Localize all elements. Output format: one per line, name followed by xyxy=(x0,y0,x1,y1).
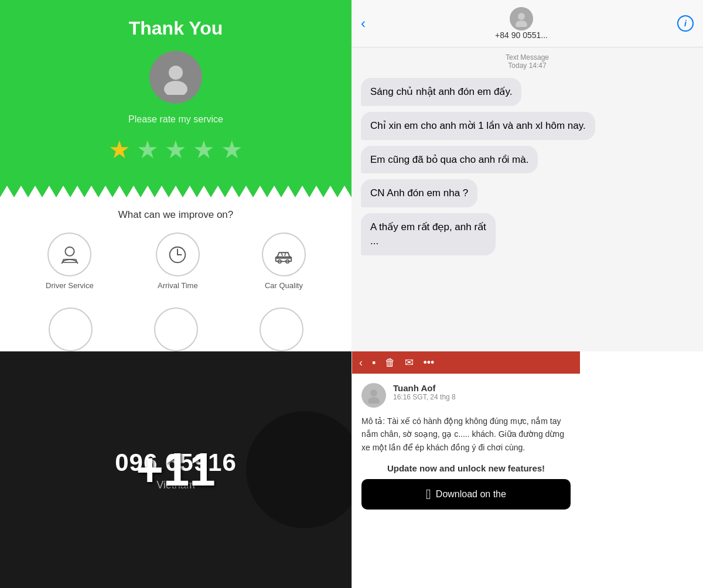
svg-point-12 xyxy=(518,13,525,20)
star-2[interactable]: ★ xyxy=(136,135,159,164)
sender-name-mid: Tuanh Aof xyxy=(393,383,456,393)
message-5: A thấy em rất đẹp, anh rất... xyxy=(361,213,496,255)
update-banner: Update now and unlock new features! xyxy=(361,463,571,473)
message-3: Em cũng đã bỏ qua cho anh rồi mà. xyxy=(361,146,538,174)
sender-time-mid: 16:16 SGT, 24 thg 8 xyxy=(393,393,456,401)
message-2: Chỉ xin em cho anh mời 1 lần và anh xl h… xyxy=(361,112,595,140)
svg-point-13 xyxy=(516,20,527,27)
improve-options: Driver Service Arrival Time xyxy=(18,233,334,290)
improve-title: What can we improve on? xyxy=(18,209,334,221)
svg-point-14 xyxy=(370,389,377,396)
car-quality-label: Car Quality xyxy=(265,281,303,290)
more-btn[interactable]: ••• xyxy=(423,357,434,369)
grab-rating-panel: Thank You Please rate my service ★ ★ ★ ★… xyxy=(0,0,352,351)
more-option-1[interactable] xyxy=(49,307,93,351)
sender-avatar-mid xyxy=(361,383,386,408)
more-options-row xyxy=(0,302,352,351)
green-header: Thank You Please rate my service ★ ★ ★ ★… xyxy=(0,0,352,187)
imessage-header: ‹ +84 90 0551... i xyxy=(352,0,703,47)
contact-avatar xyxy=(510,7,533,30)
thank-you-title: Thank You xyxy=(129,18,223,39)
overlay-count: +11 xyxy=(136,443,216,497)
car-icon xyxy=(272,244,295,266)
back-button[interactable]: ‹ xyxy=(361,15,366,32)
arrival-time-label: Arrival Time xyxy=(158,281,198,290)
car-quality-icon-circle[interactable] xyxy=(262,233,306,276)
imessage-panel: ‹ +84 90 0551... i Text Message Today 14… xyxy=(352,0,703,351)
arrival-time-icon-circle[interactable] xyxy=(156,233,200,276)
stars-row[interactable]: ★ ★ ★ ★ ★ xyxy=(108,135,243,164)
arrival-time-option[interactable]: Arrival Time xyxy=(156,233,200,290)
sender-info-mid: Tuanh Aof 16:16 SGT, 24 thg 8 xyxy=(393,383,456,401)
svg-point-1 xyxy=(164,81,187,95)
app-store-button[interactable]:  Download on the xyxy=(361,479,571,510)
sender-row-mid: Tuanh Aof 16:16 SGT, 24 thg 8 xyxy=(361,383,571,408)
driver-service-icon-circle[interactable] xyxy=(47,233,91,276)
star-4[interactable]: ★ xyxy=(193,135,215,164)
car-quality-option[interactable]: Car Quality xyxy=(262,233,306,290)
message-type-time: Text Message Today 14:47 xyxy=(352,47,703,73)
message-1: Sáng chủ nhật anh đón em đấy. xyxy=(361,78,521,106)
dark-blob-decoration xyxy=(246,411,352,528)
more-option-2[interactable] xyxy=(154,307,198,351)
star-5[interactable]: ★ xyxy=(221,135,243,164)
trash-btn[interactable]: 🗑 xyxy=(385,357,395,369)
more-option-3[interactable] xyxy=(260,307,303,351)
apple-logo-icon:  xyxy=(426,486,431,502)
contact-phone: +84 90 0551... xyxy=(495,30,548,40)
email-toolbar-mid: ‹ ▪ 🗑 ✉ ••• xyxy=(352,351,580,374)
messages-list: Sáng chủ nhật anh đón em đấy. Chỉ xin em… xyxy=(352,73,703,351)
star-3[interactable]: ★ xyxy=(165,135,187,164)
improve-section: What can we improve on? Driver Service xyxy=(0,197,352,302)
complaint-email-panel: ‹ ▪ 🗑 ✉ ••• Tuanh Aof 16:16 SGT, 24 thg … xyxy=(352,351,580,588)
svg-point-15 xyxy=(368,397,380,404)
phone-screen-panel: 096 65916 Vietnam +11 xyxy=(0,351,352,588)
driver-service-icon xyxy=(59,244,81,266)
square-btn[interactable]: ▪ xyxy=(372,357,376,369)
compose-btn[interactable]: ✉ xyxy=(405,356,414,369)
clock-icon xyxy=(166,244,189,266)
driver-avatar xyxy=(149,51,202,104)
download-text: Download on the xyxy=(436,489,506,500)
star-1[interactable]: ★ xyxy=(108,135,131,164)
info-button[interactable]: i xyxy=(677,15,694,32)
svg-point-2 xyxy=(65,247,74,255)
contact-info: +84 90 0551... xyxy=(495,7,548,40)
rate-text: Please rate my service xyxy=(128,114,223,125)
driver-service-option[interactable]: Driver Service xyxy=(46,233,94,290)
svg-point-0 xyxy=(169,66,183,80)
message-4: CN Anh đón em nha ? xyxy=(361,179,477,207)
driver-service-label: Driver Service xyxy=(46,281,94,290)
email-content-mid: Tuanh Aof 16:16 SGT, 24 thg 8 Mô tả: Tài… xyxy=(352,374,580,588)
back-arrow-btn[interactable]: ‹ xyxy=(359,357,363,369)
zigzag-divider xyxy=(0,187,352,197)
email-body-mid: Mô tả: Tài xế có hành động không đúng mự… xyxy=(361,415,571,454)
